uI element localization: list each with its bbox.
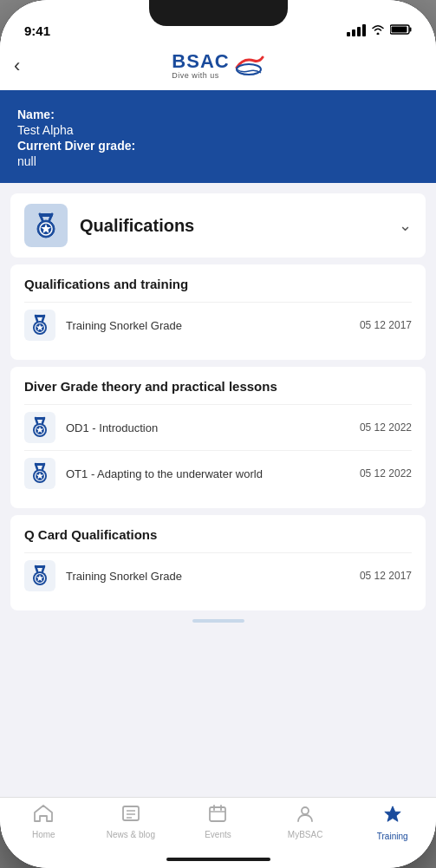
- medal-small-icon: [30, 314, 49, 336]
- qual-medal-icon: [34, 212, 58, 239]
- medal-ot1-icon: [30, 462, 49, 485]
- qual-item-od1: OD1 - Introduction 05 12 2022: [24, 404, 412, 450]
- status-icons: [347, 23, 412, 38]
- profile-card: Name: Test Alpha Current Diver grade: nu…: [0, 93, 436, 183]
- nav-label-mybsac: MyBSAC: [288, 830, 323, 839]
- medal-qcard-icon-bg: [24, 560, 55, 591]
- qual-item-qcard-name: Training Snorkel Grade: [66, 570, 353, 583]
- logo-tagline-text: Dive with us: [172, 71, 219, 80]
- chevron-down-icon[interactable]: ⌄: [399, 216, 412, 235]
- medal-qcard-icon: [30, 565, 49, 587]
- signal-icon: [347, 24, 366, 36]
- wifi-icon: [371, 24, 385, 37]
- svg-rect-9: [39, 213, 53, 217]
- svg-marker-43: [385, 806, 400, 821]
- qual-item: Training Snorkel Grade 05 12 2017: [24, 302, 412, 348]
- status-time: 9:41: [24, 23, 50, 38]
- section-qual-training: Qualifications and training Training Sno…: [10, 264, 426, 360]
- svg-rect-15: [35, 315, 45, 317]
- nav-label-training: Training: [377, 832, 408, 841]
- back-button[interactable]: ‹: [14, 55, 20, 77]
- notch: [149, 0, 288, 26]
- app-header: ‹ BSAC Dive with us: [0, 43, 436, 93]
- nav-item-training[interactable]: Training: [348, 805, 436, 841]
- svg-point-3: [237, 64, 261, 75]
- qual-item-name: Training Snorkel Grade: [66, 319, 353, 332]
- medal-small-icon-bg: [24, 310, 55, 341]
- section-heading-2: Diver Grade theory and practical lessons: [24, 379, 412, 394]
- section-diver-grade: Diver Grade theory and practical lessons…: [10, 367, 426, 508]
- svg-rect-1: [410, 28, 412, 32]
- nav-label-news: News & blog: [107, 830, 155, 839]
- section-heading-1: Qualifications and training: [24, 277, 412, 291]
- name-label: Name:: [17, 108, 55, 121]
- medal-od1-icon: [30, 416, 49, 439]
- medal-ot1-icon-bg: [24, 458, 55, 489]
- nav-label-home: Home: [32, 830, 55, 839]
- grade-value: null: [17, 154, 36, 168]
- svg-rect-2: [392, 27, 407, 33]
- mybsac-icon: [296, 805, 315, 827]
- qual-item-qcard-date: 05 12 2017: [360, 570, 412, 582]
- scroll-indicator: [192, 619, 244, 623]
- qual-title: Qualifications: [80, 216, 399, 236]
- nav-item-news[interactable]: News & blog: [88, 805, 175, 839]
- logo-bsac-text: BSAC: [172, 52, 229, 71]
- news-icon: [121, 805, 140, 827]
- section-qcard: Q Card Qualifications Training Snorkel G…: [10, 515, 426, 610]
- qual-item-ot1: OT1 - Adapting to the underwater world 0…: [24, 450, 412, 496]
- nav-item-events[interactable]: Events: [174, 805, 262, 839]
- qual-item-qcard: Training Snorkel Grade 05 12 2017: [24, 552, 412, 598]
- phone-frame: 9:41: [0, 0, 436, 868]
- phone-screen: 9:41: [0, 0, 436, 868]
- battery-icon: [390, 23, 412, 38]
- training-icon: [383, 805, 402, 829]
- svg-rect-21: [35, 417, 45, 420]
- logo: BSAC Dive with us: [172, 50, 264, 82]
- svg-rect-27: [35, 463, 45, 466]
- qual-item-od1-name: OD1 - Introduction: [66, 421, 353, 434]
- events-icon: [208, 805, 227, 827]
- name-value: Test Alpha: [17, 123, 74, 137]
- qual-medal-icon-bg: [24, 204, 68, 247]
- medal-od1-icon-bg: [24, 412, 55, 443]
- qual-item-date: 05 12 2017: [360, 319, 412, 331]
- qual-item-od1-date: 05 12 2022: [360, 421, 412, 434]
- qual-item-ot1-name: OT1 - Adapting to the underwater world: [66, 467, 353, 480]
- qualifications-header[interactable]: Qualifications ⌄: [10, 193, 426, 258]
- nav-item-mybsac[interactable]: MyBSAC: [262, 805, 349, 839]
- qual-item-ot1-date: 05 12 2022: [360, 467, 412, 480]
- svg-rect-38: [210, 807, 225, 821]
- nav-item-home[interactable]: Home: [0, 805, 88, 839]
- home-indicator: [166, 858, 270, 861]
- section-heading-3: Q Card Qualifications: [24, 527, 412, 542]
- svg-point-42: [302, 807, 309, 814]
- home-icon: [34, 805, 53, 827]
- svg-rect-33: [35, 565, 45, 568]
- grade-label: Current Diver grade:: [17, 139, 135, 153]
- logo-swoosh-icon: [233, 50, 264, 82]
- nav-label-events: Events: [205, 830, 231, 839]
- content-area: Name: Test Alpha Current Diver grade: nu…: [0, 93, 436, 683]
